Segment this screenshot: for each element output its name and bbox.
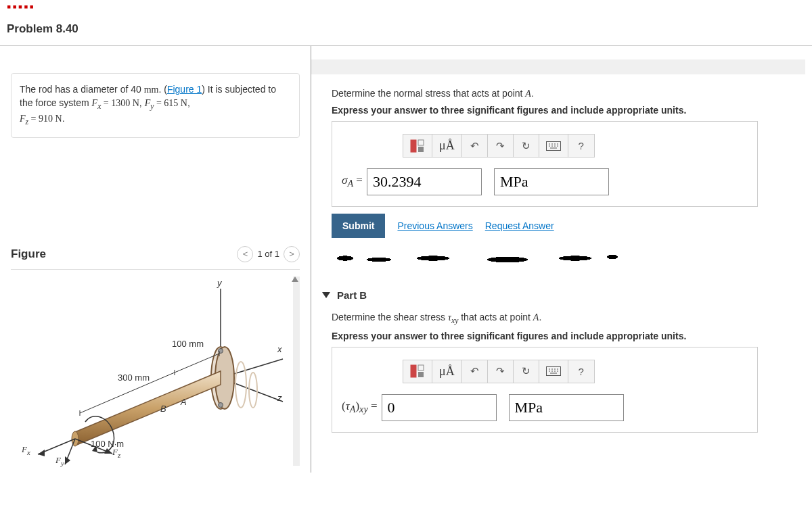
point-B-label: B (160, 404, 166, 414)
eq-val: = 910 N (28, 114, 62, 124)
sym-F: F (20, 114, 26, 124)
scroll-up-icon[interactable] (292, 277, 298, 282)
pager-text: 1 of 1 (257, 249, 279, 259)
figure-title: Figure (11, 247, 46, 261)
partB-value-input[interactable] (382, 394, 497, 421)
partA-instruction: Express your answer to three significant… (332, 105, 805, 116)
templates-icon[interactable] (403, 360, 432, 383)
redo-icon[interactable]: ↷ (488, 360, 514, 383)
svg-marker-19 (38, 450, 45, 456)
eq-val: = 615 N (154, 98, 187, 108)
axis-z-label: z (277, 393, 282, 403)
reset-icon[interactable]: ↻ (514, 135, 539, 157)
next-figure-button[interactable]: > (284, 246, 300, 262)
sep: , (187, 97, 190, 108)
sym-F: F (92, 98, 98, 108)
dim-300mm: 300 mm (118, 373, 150, 383)
dim-100mm: 100 mm (172, 339, 204, 349)
svg-point-8 (219, 402, 223, 407)
axis-y-label: y (217, 278, 222, 288)
sym-F: F (145, 98, 151, 108)
app-dots: ▪▪▪▪▪ (0, 0, 812, 17)
svg-rect-24 (411, 140, 416, 152)
keyboard-icon[interactable] (539, 135, 568, 157)
intro-text: . ( (158, 84, 166, 95)
partB-header[interactable]: Part B (322, 289, 805, 301)
partA-answer-box: μÅ ↶ ↷ ↻ ? σA = (332, 121, 758, 207)
svg-rect-34 (546, 367, 560, 376)
redaction-scribble (332, 245, 623, 272)
partB-lhs: (τA)xy = (342, 400, 378, 415)
partB-unit-input[interactable] (509, 394, 624, 421)
force-Fz-label: Fz (112, 447, 120, 459)
caret-down-icon (322, 292, 330, 298)
svg-rect-27 (546, 141, 560, 150)
gray-strip (311, 59, 805, 74)
undo-icon[interactable]: ↶ (462, 135, 488, 157)
right-column: Determine the normal stress that acts at… (311, 46, 812, 473)
partB-answer-box: μÅ ↶ ↷ ↻ ? (τA)xy = (332, 347, 758, 433)
redo-icon[interactable]: ↷ (488, 135, 514, 157)
svg-rect-26 (418, 147, 424, 152)
point-A-label: A (181, 397, 187, 407)
help-icon[interactable]: ? (568, 135, 594, 157)
force-Fx-label: Fx (22, 444, 30, 456)
figure-canvas: y x z 100 mm 300 mm A B 100 N·m Fx Fy Fz (11, 277, 300, 466)
partA-value-input[interactable] (367, 168, 482, 195)
previous-answers-link[interactable]: Previous Answers (397, 220, 472, 231)
unit-mm: mm (144, 85, 159, 95)
help-icon[interactable]: ? (568, 360, 594, 383)
partA-lhs: σA = (342, 174, 363, 189)
intro-text: The rod has a diameter of 40 (20, 84, 144, 95)
figure-link[interactable]: Figure 1 (167, 84, 202, 95)
sep: , (139, 97, 145, 108)
prev-figure-button[interactable]: < (237, 246, 253, 262)
answer-toolbar: μÅ ↶ ↷ ↻ ? (403, 134, 595, 158)
period: . (62, 113, 65, 124)
svg-rect-33 (418, 372, 424, 377)
axis-x-label: x (277, 344, 282, 354)
partB-title: Part B (337, 289, 367, 301)
templates-icon[interactable] (403, 135, 432, 157)
answer-toolbar: μÅ ↶ ↷ ↻ ? (403, 360, 595, 383)
problem-title: Problem 8.40 (0, 17, 812, 46)
partA-prompt: Determine the normal stress that acts at… (332, 88, 805, 99)
svg-rect-25 (418, 140, 424, 145)
units-button[interactable]: μÅ (432, 135, 462, 157)
undo-icon[interactable]: ↶ (462, 360, 488, 383)
left-column: The rod has a diameter of 40 mm. (Figure… (0, 46, 311, 473)
svg-rect-31 (411, 365, 416, 377)
partB-instruction: Express your answer to three significant… (332, 331, 805, 341)
reset-icon[interactable]: ↻ (514, 360, 539, 383)
eq-val: = 1300 N (101, 98, 139, 108)
rod-diagram (18, 283, 295, 466)
partA-unit-input[interactable] (494, 168, 609, 195)
partB-prompt: Determine the shear stress τxy that acts… (332, 312, 805, 325)
keyboard-icon[interactable] (539, 360, 568, 383)
figure-pager: < 1 of 1 > (237, 246, 300, 262)
force-Fy-label: Fy (55, 455, 64, 467)
svg-rect-32 (418, 365, 424, 370)
problem-statement: The rod has a diameter of 40 mm. (Figure… (11, 73, 300, 138)
request-answer-link[interactable]: Request Answer (485, 220, 554, 231)
units-button[interactable]: μÅ (432, 360, 462, 383)
submit-button[interactable]: Submit (332, 214, 385, 238)
